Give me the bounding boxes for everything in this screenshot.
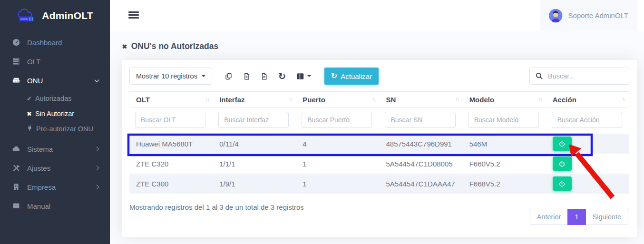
- sidebar-item-ajustes[interactable]: Ajustes: [0, 158, 110, 177]
- sidebar-menu: Dashboard OLT ONU ✔ Autorizadas ✖ Sin Au…: [0, 31, 110, 215]
- filter-modelo-input[interactable]: [468, 112, 539, 128]
- column-header-modelo[interactable]: Modelo↑↓: [463, 92, 546, 108]
- brand-name: AdminOLT: [42, 10, 93, 21]
- sidebar-item-empresa[interactable]: Empresa: [0, 177, 110, 196]
- menu-toggle-button[interactable]: [128, 11, 139, 20]
- sidebar-item-manual[interactable]: Manual: [0, 196, 110, 215]
- onu-device-icon: [11, 76, 21, 85]
- sidebar-item-sin-autorizar[interactable]: ✖ Sin Autorizar: [0, 106, 110, 121]
- sidebar-item-olt[interactable]: OLT: [0, 52, 110, 71]
- cell-interfaz: 0/11/4: [213, 134, 296, 154]
- onu-table: OLT↑↓ Interfaz↑↓ Puerto↑↓ SN↑↓ Modelo↑↓ …: [129, 91, 629, 194]
- table-toolbar: Mostrar 10 registros ↻: [129, 68, 629, 85]
- cell-interfaz: 1/1/1: [213, 154, 296, 174]
- filter-olt-input[interactable]: [135, 112, 205, 128]
- sort-icon[interactable]: ↑↓: [455, 97, 459, 102]
- power-icon: [558, 180, 566, 187]
- sidebar-item-sistema[interactable]: Sistema: [0, 139, 110, 158]
- sidebar-item-label: Autorizadas: [35, 95, 72, 102]
- search-box: [529, 68, 629, 85]
- sort-icon[interactable]: ↑↓: [205, 97, 209, 102]
- table-card: Mostrar 10 registros ↻: [122, 60, 637, 237]
- cell-sn: 5A544547C1D08005: [379, 154, 462, 174]
- tools-icon: [11, 164, 21, 172]
- cell-modelo: F668V5.2: [463, 174, 546, 194]
- show-records-dropdown[interactable]: Mostrar 10 registros: [129, 68, 212, 85]
- user-name: Soporte AdminOLT: [568, 11, 628, 20]
- power-toggle-button[interactable]: [553, 176, 572, 191]
- sidebar-item-onu[interactable]: ONU: [0, 71, 110, 90]
- cell-puerto: 1: [296, 174, 379, 194]
- column-header-interfaz[interactable]: Interfaz↑↓: [213, 92, 296, 108]
- refresh-icon: ↻: [278, 71, 286, 82]
- power-toggle-button[interactable]: [553, 156, 572, 171]
- sidebar-item-label: Sistema: [27, 145, 53, 153]
- filter-sn-input[interactable]: [385, 112, 455, 128]
- column-header-olt[interactable]: OLT↑↓: [129, 92, 213, 108]
- table-footer: Mostrando registros del 1 al 3 de un tot…: [129, 202, 629, 225]
- sidebar-item-label: Manual: [27, 202, 50, 210]
- x-icon: ✖: [122, 43, 127, 50]
- page-title-row: ✖ ONU's no Autorizadas: [122, 41, 637, 51]
- sort-icon[interactable]: ↑↓: [372, 97, 376, 102]
- sidebar-item-label: Pre-autorizar ONU: [36, 125, 93, 133]
- user-menu[interactable]: Soporte AdminOLT: [540, 0, 637, 31]
- page-title: ONU's no Autorizadas: [131, 41, 218, 51]
- chevron-right-icon: [95, 166, 99, 170]
- brand-logo-icon: [17, 9, 38, 23]
- file-excel-icon: [243, 72, 250, 80]
- sort-icon[interactable]: ↑↓: [289, 97, 293, 102]
- sidebar-item-label: Dashboard: [27, 39, 62, 47]
- filter-accion-input[interactable]: [552, 112, 622, 128]
- caret-down-icon: [202, 75, 205, 77]
- export-buttons: ↻: [220, 71, 316, 82]
- column-header-puerto[interactable]: Puerto↑↓: [296, 92, 379, 108]
- export-file-button[interactable]: [261, 72, 268, 80]
- server-icon: [11, 57, 21, 66]
- sidebar-item-pre-autorizar-onu[interactable]: Pre-autorizar ONU: [0, 121, 110, 137]
- power-icon: [558, 140, 566, 147]
- book-icon: [11, 202, 21, 210]
- pagination-prev-button[interactable]: Anterior: [530, 209, 568, 225]
- table-row: ZTE C320 1/1/1 1 5A544547C1D08005 F660V5…: [129, 154, 629, 174]
- search-input[interactable]: [529, 68, 629, 85]
- sidebar-item-label: Empresa: [27, 183, 56, 191]
- onu-submenu: ✔ Autorizadas ✖ Sin Autorizar Pre-autori…: [0, 90, 110, 139]
- sidebar-item-dashboard[interactable]: Dashboard: [0, 33, 110, 52]
- plug-icon: [27, 125, 33, 133]
- cell-sn: 5A544547C1DAAA47: [379, 174, 462, 194]
- sidebar-item-label: OLT: [27, 58, 40, 66]
- brand-logo[interactable]: AdminOLT: [0, 0, 110, 31]
- topbar: Soporte AdminOLT: [110, 0, 644, 31]
- power-toggle-button[interactable]: [553, 137, 572, 151]
- sidebar-item-label: ONU: [27, 77, 43, 85]
- user-avatar: [549, 7, 563, 25]
- pagination-next-button[interactable]: Siguiente: [586, 209, 628, 225]
- table-header-row: OLT↑↓ Interfaz↑↓ Puerto↑↓ SN↑↓ Modelo↑↓ …: [129, 92, 629, 108]
- chevron-right-icon: [95, 185, 99, 189]
- sort-icon[interactable]: ↑↓: [622, 97, 626, 102]
- sidebar-item-label: Ajustes: [27, 164, 50, 172]
- sidebar-item-autorizadas[interactable]: ✔ Autorizadas: [0, 91, 110, 106]
- filter-puerto-input[interactable]: [302, 112, 372, 128]
- reload-table-button[interactable]: ↻: [278, 71, 286, 82]
- column-header-sn[interactable]: SN↑↓: [379, 92, 462, 108]
- chevron-right-icon: [95, 146, 99, 151]
- search-icon: [535, 72, 543, 80]
- sort-icon[interactable]: ↑↓: [538, 97, 542, 102]
- cell-sn: 48575443C796D991: [379, 134, 462, 154]
- columns-visibility-button[interactable]: [296, 73, 311, 80]
- pagination-page-1-button[interactable]: 1: [567, 209, 585, 225]
- cell-interfaz: 1/9/1: [213, 174, 296, 194]
- building-icon: [11, 183, 21, 191]
- file-text-icon: [261, 72, 268, 80]
- cell-modelo: 546M: [463, 134, 546, 154]
- refresh-icon: ↻: [331, 72, 337, 80]
- column-header-accion[interactable]: Acción↑↓: [546, 92, 629, 108]
- copy-button[interactable]: [225, 72, 233, 80]
- export-excel-button[interactable]: [243, 72, 250, 80]
- table-row: ZTE C300 1/9/1 1 5A544547C1DAAA47 F668V5…: [129, 174, 629, 194]
- sidebar-item-label: Sin Autorizar: [35, 110, 74, 117]
- actualizar-button[interactable]: ↻ Actualizar: [324, 68, 379, 85]
- filter-interfaz-input[interactable]: [218, 112, 289, 128]
